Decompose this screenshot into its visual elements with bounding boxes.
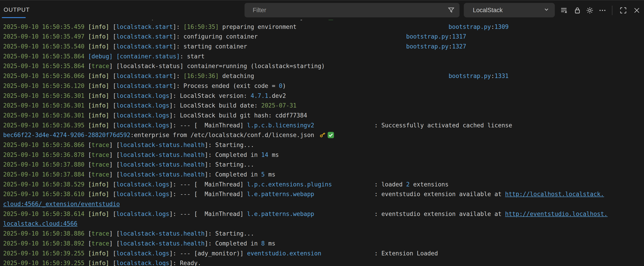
log-line: 2025-09-10 16:50:38.529 [info] [localsta… — [3, 180, 644, 190]
log-segment: trace — [92, 151, 109, 158]
log-segment: : Successfully activated cached license — [374, 122, 512, 129]
key-icon — [318, 20, 326, 20]
log-segment: [ — [109, 122, 116, 129]
filter-input[interactable] — [244, 7, 447, 14]
close-panel-button[interactable] — [631, 4, 643, 16]
log-segment: ms — [265, 171, 275, 178]
log-segment: [ — [109, 250, 116, 257]
log-segment: 2025-09-10 16:50:38.610 — [3, 191, 84, 197]
filter-box — [244, 3, 460, 17]
log-segment: ]: --- [ady_monitor)] — [169, 250, 247, 257]
log-segment — [84, 122, 88, 129]
log-segment: ms — [265, 240, 275, 247]
source-file-link[interactable]: bootstrap.py — [448, 23, 491, 30]
log-segment: localstack.start — [116, 33, 173, 40]
log-segment: trace — [92, 63, 109, 69]
settings-button[interactable] — [584, 4, 596, 16]
log-padding — [254, 73, 448, 79]
log-segment: ]: LocalStack version: — [169, 92, 251, 99]
log-segment: 14 — [261, 151, 268, 158]
panel-actions — [558, 4, 643, 16]
log-line: cloud:4566/_extension/eventstudio — [3, 199, 644, 209]
log-segment: eventstudio.extension — [247, 250, 321, 257]
log-segment: [info] — [88, 250, 109, 257]
log-segment: 2025-09-10 16:50:39.255 — [3, 250, 84, 257]
log-segment: ] [ — [109, 240, 120, 247]
log-segment: [info] — [88, 92, 109, 99]
log-segment: [info] — [88, 122, 109, 129]
log-segment: 2025-09-10 16:50:36.301 — [3, 92, 84, 99]
log-url-link[interactable]: localstack.cloud:4566 — [3, 220, 78, 227]
log-segment: localstack.logs — [116, 191, 169, 197]
log-segment: ]: Completed in — [204, 240, 261, 247]
log-segment: [ — [84, 230, 92, 237]
log-segment: [info] — [88, 23, 109, 30]
log-segment — [84, 191, 88, 197]
log-segment: [ — [109, 83, 116, 89]
log-url-link[interactable]: http://eventstudio.localhost. — [505, 211, 608, 217]
log-segment: [info] — [88, 33, 109, 40]
log-segment: localstack-status.health — [120, 240, 205, 247]
log-padding — [332, 181, 374, 188]
log-segment: localstack.logs — [116, 181, 169, 188]
log-segment: l.e.patterns.webapp — [247, 191, 314, 197]
log-segment — [84, 33, 88, 40]
source-file-link[interactable]: bootstrap.py — [406, 43, 449, 50]
check-mark-icon — [327, 132, 334, 139]
lock-scroll-button[interactable] — [572, 4, 583, 16]
log-segment: ]: --- [ MainThread] — [169, 191, 247, 197]
channel-select[interactable]: LocalStack — [464, 3, 555, 17]
log-padding — [247, 43, 406, 50]
log-segment: ]: Starting... — [204, 161, 254, 168]
source-file-link[interactable]: bootstrap.py — [406, 33, 449, 40]
log-line: 2025-09-10 16:50:35.864 [debug] [contain… — [3, 52, 644, 62]
log-segment: : — [491, 73, 494, 79]
log-segment — [84, 181, 88, 188]
close-icon — [633, 6, 640, 14]
filter-funnel-icon[interactable] — [447, 6, 455, 14]
key-icon — [318, 131, 326, 139]
log-line: 2025-09-10 16:50:36.395 [info] [localsta… — [3, 121, 644, 131]
log-line: 2025-09-10 16:50:38.892 [trace] [localst… — [3, 239, 644, 249]
log-line: 2025-09-10 16:50:38.610 [info] [localsta… — [3, 189, 644, 199]
log-line: 2025-09-10 16:50:35.540 [info] [localsta… — [3, 42, 644, 52]
log-segment: 2025-09-10 16:50:35.864 — [3, 63, 84, 69]
log-segment: :enterprise from /etc/localstack/conf.d/… — [130, 20, 318, 20]
log-segment: extensions — [410, 181, 448, 188]
log-segment: ]: LocalStack build git hash: cddf77384 — [169, 112, 307, 119]
log-segment: bec66f22-3d4e-4274-9206-28820f76d592 — [3, 132, 130, 138]
log-segment: [ — [84, 151, 92, 158]
more-actions-button[interactable] — [596, 4, 608, 16]
log-segment: [info] — [88, 191, 109, 197]
log-segment: l.p.c.extensions.plugins — [247, 181, 332, 188]
tab-output[interactable]: OUTPUT — [4, 6, 30, 13]
log-line: 2025-09-10 16:50:38.614 [info] [localsta… — [3, 209, 644, 219]
log-segment: [ — [84, 63, 92, 69]
log-segment: 5 — [261, 171, 265, 178]
log-segment: 2025-07-31 — [261, 102, 297, 109]
log-segment: : eventstudio extension available at — [374, 211, 505, 217]
log-segment: trace — [92, 141, 109, 148]
clear-output-button[interactable] — [558, 4, 570, 16]
log-segment: [debug] [container.status] — [88, 53, 180, 60]
log-url-link[interactable]: http://localhost.localstack. — [505, 191, 604, 197]
log-padding — [314, 122, 374, 129]
log-segment: preparing environment — [219, 23, 296, 30]
log-segment: [ — [84, 171, 92, 178]
clear-output-icon — [560, 6, 568, 14]
log-segment: .dev2 — [268, 92, 286, 99]
log-segment: localstack-status.health — [120, 171, 205, 178]
log-segment: ]: configuring container — [173, 33, 258, 40]
log-segment: 2025-09-10 16:50:36.301 — [3, 112, 84, 119]
log-segment: 2025-09-10 16:50:36.120 — [3, 83, 84, 89]
log-segment: [ — [84, 161, 92, 168]
log-url-link[interactable]: cloud:4566/_extension/eventstudio — [3, 201, 120, 207]
log-segment: ] [ — [109, 171, 120, 178]
log-segment: 1331 — [494, 73, 509, 79]
log-segment: 2025-09-10 16:50:35.540 — [3, 43, 84, 50]
source-file-link[interactable]: bootstrap.py — [448, 73, 491, 79]
log-segment: ]: Process ended (exit code = — [173, 83, 279, 89]
log-line: 2025-09-10 16:50:36.301 [info] [localsta… — [3, 91, 644, 101]
log-output: bec66f22-3d4e-4274-9206-28820f76d592:ent… — [0, 20, 644, 266]
maximize-panel-button[interactable] — [617, 4, 629, 16]
